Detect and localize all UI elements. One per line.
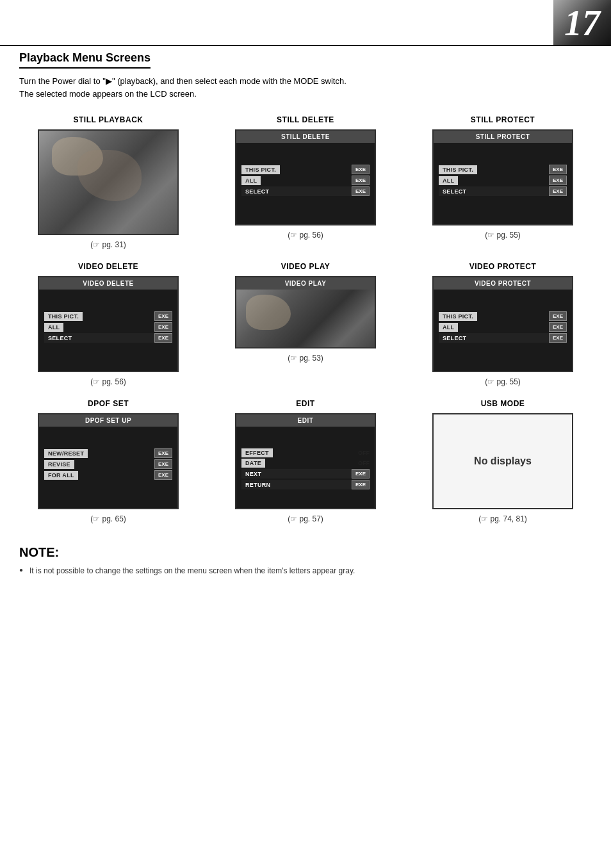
video-protect-label: VIDEO PROTECT xyxy=(469,262,537,271)
still-delete-frame: STILL DELETE THIS PICT. EXE ALL EXE SELE… xyxy=(235,129,376,225)
edit-row-2: DATE OFF xyxy=(241,459,370,468)
edit-exe-3: EXE xyxy=(352,469,370,479)
video-delete-frame: VIDEO DELETE THIS PICT. EXE ALL EXE SELE… xyxy=(38,276,179,372)
note-section: NOTE: It is not possible to change the s… xyxy=(19,539,592,577)
video-delete-item-2: ALL xyxy=(44,323,63,332)
still-playback-label: STILL PLAYBACK xyxy=(73,115,143,124)
dpof-set-ref: (☞ pg. 65) xyxy=(90,514,126,523)
edit-frame: EDIT EFFECT OFF DATE OFF NEXT EXE xyxy=(235,413,376,509)
video-protect-row-2: ALL EXE xyxy=(439,322,567,332)
video-protect-item-3: SELECT xyxy=(439,334,470,343)
video-delete-row-3: SELECT EXE xyxy=(44,333,172,343)
video-protect-frame: VIDEO PROTECT THIS PICT. EXE ALL EXE SEL… xyxy=(432,276,573,372)
video-delete-row-2: ALL EXE xyxy=(44,322,172,332)
screen-still-delete: STILL DELETE STILL DELETE THIS PICT. EXE… xyxy=(216,115,395,249)
still-protect-header: STILL PROTECT xyxy=(434,131,572,143)
still-protect-exe-1: EXE xyxy=(549,165,567,174)
screen-video-play: VIDEO PLAY VIDEO PLAY (☞ pg. 53) xyxy=(216,262,395,386)
edit-row-1: EFFECT OFF xyxy=(241,448,370,457)
video-delete-header: VIDEO DELETE xyxy=(39,277,177,290)
still-delete-exe-1: EXE xyxy=(352,165,370,174)
edit-off-1: OFF xyxy=(358,450,370,456)
top-border xyxy=(0,45,611,46)
still-delete-row-3: SELECT EXE xyxy=(241,186,370,196)
dpof-set-exe-1: EXE xyxy=(154,448,172,458)
edit-ref: (☞ pg. 57) xyxy=(288,514,323,523)
usb-mode-frame: No displays xyxy=(432,413,573,509)
still-delete-exe-2: EXE xyxy=(352,176,370,185)
still-delete-row-2: ALL EXE xyxy=(241,176,370,185)
still-delete-row-1: THIS PICT. EXE xyxy=(241,165,370,174)
note-item-1: It is not possible to change the setting… xyxy=(19,565,592,577)
edit-item-1: EFFECT xyxy=(241,448,273,457)
video-delete-label: VIDEO DELETE xyxy=(78,262,138,271)
dpof-set-exe-3: EXE xyxy=(154,470,172,480)
still-protect-label: STILL PROTECT xyxy=(471,115,535,124)
edit-item-3: NEXT xyxy=(241,470,265,479)
edit-row-4: RETURN EXE xyxy=(241,480,370,489)
intro-line1: Turn the Power dial to "▶" (playback), a… xyxy=(19,75,592,88)
video-delete-item-1: THIS PICT. xyxy=(44,312,83,321)
edit-row-3: NEXT EXE xyxy=(241,469,370,479)
still-delete-label: STILL DELETE xyxy=(277,115,334,124)
edit-header: EDIT xyxy=(236,414,375,427)
screens-grid: STILL PLAYBACK (☞ pg. 31) STILL DELETE S… xyxy=(19,115,592,523)
video-play-frame: VIDEO PLAY xyxy=(235,276,376,348)
edit-item-2: DATE xyxy=(241,459,265,468)
video-delete-exe-2: EXE xyxy=(154,322,172,332)
still-protect-exe-3: EXE xyxy=(549,186,567,196)
dpof-set-item-3: FOR ALL xyxy=(44,471,78,480)
video-protect-row-3: SELECT EXE xyxy=(439,333,567,343)
screen-still-protect: STILL PROTECT STILL PROTECT THIS PICT. E… xyxy=(414,115,592,249)
video-protect-body: THIS PICT. EXE ALL EXE SELECT EXE xyxy=(434,290,572,348)
intro-text: Turn the Power dial to "▶" (playback), a… xyxy=(19,75,592,100)
video-protect-exe-3: EXE xyxy=(549,333,567,343)
video-protect-row-1: THIS PICT. EXE xyxy=(439,311,567,321)
video-play-label: VIDEO PLAY xyxy=(281,262,330,271)
still-delete-item-3: SELECT xyxy=(241,187,273,196)
intro-line2: The selected mode appears on the LCD scr… xyxy=(19,88,592,101)
note-title: NOTE: xyxy=(19,545,592,560)
still-protect-body: THIS PICT. EXE ALL EXE SELECT EXE xyxy=(434,143,572,201)
still-protect-frame: STILL PROTECT THIS PICT. EXE ALL EXE SEL… xyxy=(432,129,573,225)
video-delete-exe-1: EXE xyxy=(154,311,172,321)
still-protect-row-2: ALL EXE xyxy=(439,176,567,185)
screen-still-playback: STILL PLAYBACK (☞ pg. 31) xyxy=(19,115,197,249)
dpof-set-item-2: REVISE xyxy=(44,460,74,469)
video-delete-exe-3: EXE xyxy=(154,333,172,343)
still-delete-item-1: THIS PICT. xyxy=(241,165,280,174)
dpof-set-row-2: REVISE EXE xyxy=(44,459,172,469)
still-delete-ref: (☞ pg. 56) xyxy=(288,231,323,240)
still-protect-exe-2: EXE xyxy=(549,176,567,185)
still-playback-frame xyxy=(38,129,179,235)
dpof-set-header: DPOF SET UP xyxy=(39,414,177,427)
video-delete-body: THIS PICT. EXE ALL EXE SELECT EXE xyxy=(39,290,177,348)
screen-dpof-set: DPOF SET DPOF SET UP NEW/RESET EXE REVIS… xyxy=(19,399,197,523)
video-play-ref: (☞ pg. 53) xyxy=(288,354,323,363)
video-play-photo xyxy=(236,290,375,347)
video-delete-ref: (☞ pg. 56) xyxy=(90,377,126,386)
video-protect-ref: (☞ pg. 55) xyxy=(485,377,521,386)
dpof-set-body: NEW/RESET EXE REVISE EXE FOR ALL EXE xyxy=(39,427,177,485)
still-protect-item-1: THIS PICT. xyxy=(439,165,477,174)
edit-body: EFFECT OFF DATE OFF NEXT EXE RETURN EXE xyxy=(236,427,375,495)
usb-mode-ref: (☞ pg. 74, 81) xyxy=(478,514,527,523)
video-protect-item-2: ALL xyxy=(439,323,458,332)
screen-video-delete: VIDEO DELETE VIDEO DELETE THIS PICT. EXE… xyxy=(19,262,197,386)
video-play-header: VIDEO PLAY xyxy=(236,277,375,290)
dpof-set-label: DPOF SET xyxy=(88,399,129,408)
dpof-set-exe-2: EXE xyxy=(154,459,172,469)
still-protect-item-3: SELECT xyxy=(439,187,470,196)
edit-label: EDIT xyxy=(296,399,314,408)
usb-mode-label: USB MODE xyxy=(481,399,525,408)
still-playback-ref: (☞ pg. 31) xyxy=(90,240,126,249)
still-delete-header: STILL DELETE xyxy=(236,131,375,143)
usb-no-displays-text: No displays xyxy=(474,455,532,467)
video-protect-item-1: THIS PICT. xyxy=(439,312,477,321)
still-protect-row-3: SELECT EXE xyxy=(439,186,567,196)
edit-item-4: RETURN xyxy=(241,480,274,489)
page-number-block: 17 xyxy=(553,0,611,46)
still-delete-exe-3: EXE xyxy=(352,186,370,196)
video-protect-exe-2: EXE xyxy=(549,322,567,332)
still-delete-body: THIS PICT. EXE ALL EXE SELECT EXE xyxy=(236,143,375,201)
